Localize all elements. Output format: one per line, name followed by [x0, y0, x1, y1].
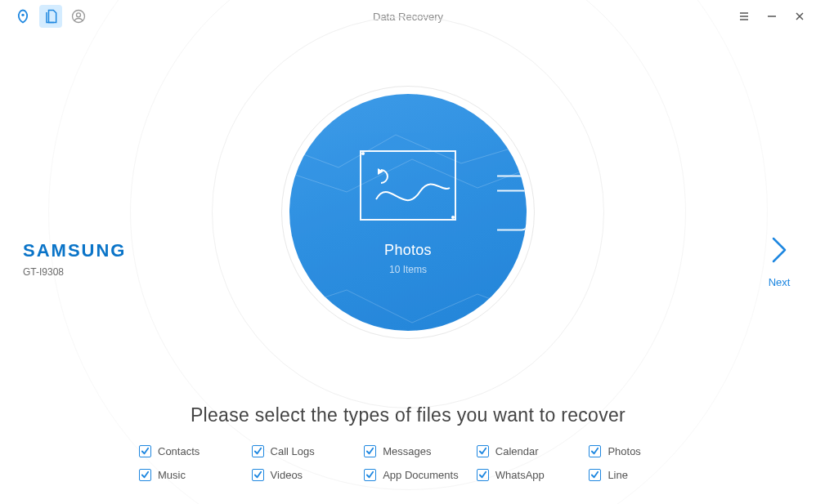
checkbox-call-logs[interactable]: Call Logs [252, 445, 365, 457]
checkbox-icon [477, 445, 489, 457]
checkbox-icon [589, 445, 601, 457]
checkbox-label: Call Logs [271, 445, 315, 457]
window-controls [736, 8, 808, 25]
menu-icon[interactable] [736, 8, 752, 25]
device-brand: SAMSUNG [23, 240, 126, 261]
checkbox-icon [139, 469, 151, 481]
instruction-text: Please select the types of files you wan… [0, 404, 816, 426]
checkbox-icon [589, 469, 601, 481]
checkbox-icon [364, 469, 376, 481]
checkbox-icon [364, 445, 376, 457]
checkbox-icon [252, 469, 264, 481]
checkbox-icon [252, 445, 264, 457]
next-label: Next [767, 276, 791, 288]
device-model: GT-I9308 [23, 266, 126, 278]
close-button[interactable] [791, 8, 808, 25]
file-type-grid: Contacts Call Logs Messages Calendar Pho… [139, 445, 702, 481]
titlebar-tools [0, 5, 90, 28]
checkbox-messages[interactable]: Messages [364, 445, 477, 457]
svg-point-3 [361, 152, 365, 155]
carousel-center[interactable]: Photos 10 Items [289, 94, 527, 331]
checkbox-app-documents[interactable]: App Documents [364, 469, 477, 481]
checkbox-line[interactable]: Line [589, 469, 702, 481]
checkbox-label: App Documents [383, 469, 459, 481]
checkbox-videos[interactable]: Videos [252, 469, 365, 481]
checkbox-label: Calendar [495, 445, 539, 457]
checkbox-photos[interactable]: Photos [589, 445, 702, 457]
checkbox-icon [477, 469, 489, 481]
carousel-next-peek [492, 167, 527, 243]
checkbox-label: WhatsApp [495, 469, 545, 481]
checkbox-whatsapp[interactable]: WhatsApp [477, 469, 590, 481]
home-tab-icon[interactable] [11, 5, 34, 28]
checkbox-music[interactable]: Music [139, 469, 252, 481]
checkbox-label: Music [158, 469, 186, 481]
checkbox-icon [139, 445, 151, 457]
checkbox-label: Messages [383, 445, 431, 457]
next-button[interactable]: Next [767, 234, 791, 288]
checkbox-calendar[interactable]: Calendar [477, 445, 590, 457]
checkbox-label: Photos [608, 445, 640, 457]
main-stage: SAMSUNG GT-I9308 Photos 10 Items [0, 33, 816, 504]
chevron-right-icon [767, 234, 791, 266]
checkbox-label: Contacts [158, 445, 200, 457]
svg-point-0 [21, 14, 24, 16]
checkbox-label: Videos [271, 469, 303, 481]
device-info: SAMSUNG GT-I9308 [23, 240, 126, 278]
user-tab-icon[interactable] [67, 5, 90, 28]
svg-point-4 [451, 216, 455, 219]
checkbox-contacts[interactable]: Contacts [139, 445, 252, 457]
recovery-tab-icon[interactable] [39, 5, 62, 28]
minimize-button[interactable] [764, 8, 780, 25]
photo-icon [360, 150, 456, 221]
checkbox-label: Line [608, 469, 628, 481]
svg-point-2 [77, 13, 81, 17]
